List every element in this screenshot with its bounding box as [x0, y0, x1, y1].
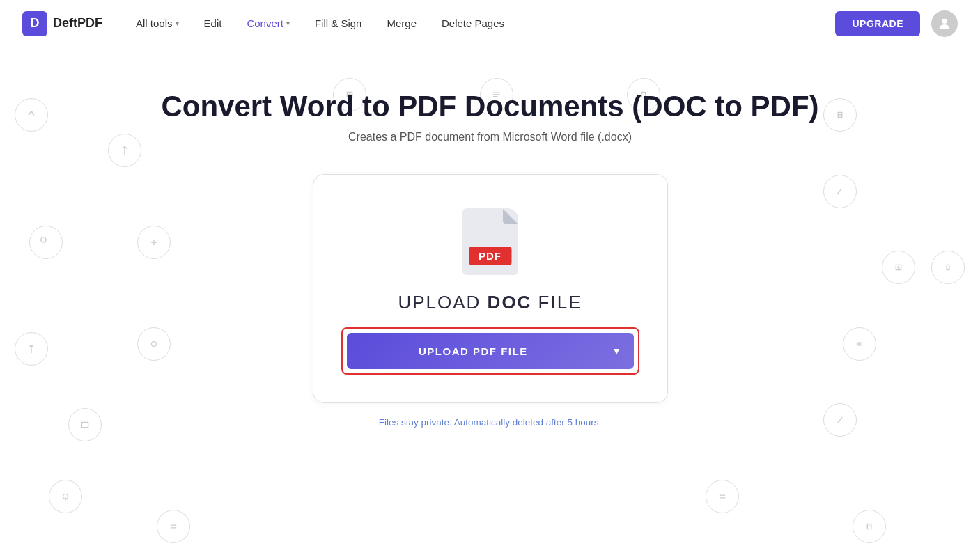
- nav-links: All tools ▾ Edit Convert ▾ Fill & Sign M…: [136, 17, 835, 29]
- upload-title: UPLOAD DOC FILE: [398, 292, 582, 313]
- svg-point-0: [942, 18, 947, 23]
- pdf-badge: PDF: [469, 247, 511, 265]
- nav-convert[interactable]: Convert ▾: [247, 17, 290, 29]
- nav-delete-pages[interactable]: Delete Pages: [442, 17, 504, 29]
- bg-decorative-icon: [68, 408, 102, 441]
- nav-merge[interactable]: Merge: [387, 17, 417, 29]
- nav-all-tools[interactable]: All tools ▾: [136, 17, 179, 29]
- chevron-down-icon: ▾: [176, 19, 179, 27]
- bg-decorative-icon: [15, 98, 48, 132]
- bg-decorative-icon: [137, 226, 171, 259]
- upload-button-area: UPLOAD PDF FILE ▼: [341, 327, 639, 375]
- page-heading: Convert Word to PDF Documents (DOC to PD…: [161, 89, 818, 124]
- bg-decorative-icon: [823, 175, 857, 208]
- bg-decorative-icon: [49, 480, 82, 513]
- bg-decorative-icon: [157, 510, 190, 543]
- nav-right: UPGRADE: [835, 10, 958, 37]
- upload-button-label: UPLOAD PDF FILE: [347, 334, 600, 368]
- bg-decorative-icon: [823, 98, 857, 132]
- bg-decorative-icon: [137, 327, 171, 361]
- bg-decorative-icon: [15, 332, 48, 366]
- bg-decorative-icon: [931, 251, 965, 284]
- bg-decorative-icon: [706, 480, 739, 513]
- upgrade-button[interactable]: UPGRADE: [835, 11, 920, 36]
- pdf-file-icon: PDF: [462, 208, 518, 275]
- page-title-section: Convert Word to PDF Documents (DOC to PD…: [161, 89, 818, 143]
- main-content: Convert Word to PDF Documents (DOC to PD…: [0, 47, 980, 555]
- bg-decorative-icon: [29, 226, 63, 259]
- logo-text: DeftPDF: [53, 16, 102, 31]
- user-avatar[interactable]: [931, 10, 958, 37]
- privacy-note: Files stay private. Automatically delete…: [379, 417, 602, 428]
- nav-edit[interactable]: Edit: [204, 17, 222, 29]
- bg-decorative-icon: [882, 251, 915, 284]
- dropdown-arrow-icon: ▼: [600, 333, 633, 369]
- bg-decorative-icon: [108, 134, 141, 167]
- upload-button[interactable]: UPLOAD PDF FILE ▼: [347, 333, 634, 369]
- pdf-icon-wrapper: PDF: [462, 208, 518, 275]
- navbar: D DeftPDF All tools ▾ Edit Convert ▾ Fil…: [0, 0, 980, 47]
- logo-icon: D: [22, 11, 47, 36]
- logo[interactable]: D DeftPDF: [22, 11, 102, 36]
- upload-card: PDF UPLOAD DOC FILE UPLOAD PDF FILE ▼: [313, 174, 668, 403]
- nav-fill-sign[interactable]: Fill & Sign: [315, 17, 362, 29]
- chevron-down-icon-convert: ▾: [286, 19, 290, 27]
- page-subtitle: Creates a PDF document from Microsoft Wo…: [161, 131, 818, 143]
- file-fold: [503, 208, 518, 224]
- bg-decorative-icon: [853, 510, 886, 543]
- bg-decorative-icon: [823, 403, 857, 437]
- bg-decorative-icon: [843, 327, 876, 361]
